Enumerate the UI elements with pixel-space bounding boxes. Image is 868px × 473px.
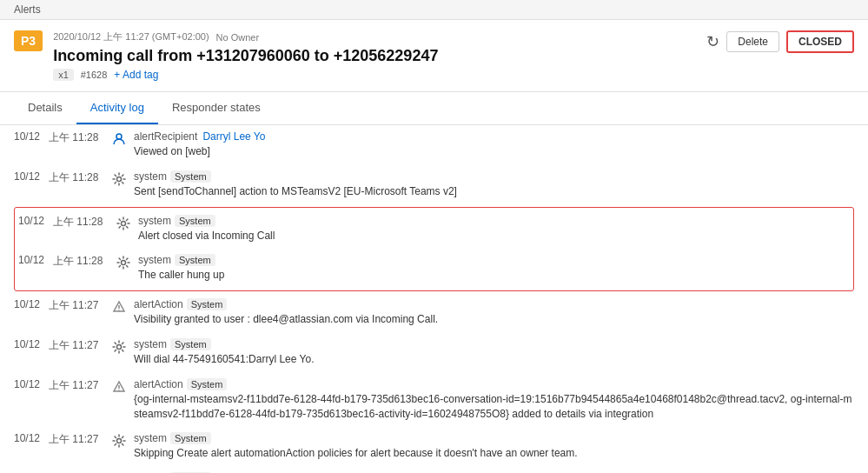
log-message: Alert closed via Incoming Call bbox=[138, 229, 850, 243]
log-time: 上午 11:28 bbox=[49, 130, 104, 145]
svg-point-2 bbox=[122, 221, 126, 225]
source-label: system bbox=[138, 215, 171, 227]
svg-point-11 bbox=[117, 439, 122, 443]
log-source: alertActionSystem bbox=[134, 378, 854, 390]
source-link[interactable]: Darryl Lee Yo bbox=[202, 130, 265, 143]
add-tag-button[interactable]: + Add tag bbox=[114, 69, 158, 81]
source-tag: System bbox=[170, 432, 211, 444]
log-content: systemSystemSkipping Create alert automa… bbox=[134, 432, 854, 461]
log-time: 上午 11:27 bbox=[49, 298, 104, 313]
source-tag: System bbox=[187, 378, 228, 390]
log-time: 上午 11:28 bbox=[49, 170, 104, 185]
source-tag: System bbox=[187, 298, 228, 310]
refresh-icon[interactable]: ↻ bbox=[706, 32, 719, 51]
log-source: alertActionSystem bbox=[134, 298, 854, 310]
log-date: 10/12 bbox=[14, 130, 42, 143]
alert-action-icon bbox=[111, 299, 127, 315]
log-entry: 10/12上午 11:28systemSystemSent [sendToCha… bbox=[14, 165, 854, 205]
log-entry: 10/12上午 11:27systemSystemSkipping Create… bbox=[14, 427, 854, 467]
source-tag: System bbox=[170, 338, 211, 350]
gear-icon bbox=[111, 171, 127, 187]
source-label: system bbox=[134, 338, 167, 350]
log-message: Viewed on [web] bbox=[134, 144, 854, 159]
log-time: 上午 11:27 bbox=[49, 432, 104, 447]
log-content: alertActionSystemVisibility granted to u… bbox=[134, 298, 854, 327]
log-message: Skipping Create alert automationAction p… bbox=[134, 446, 854, 461]
source-label: system bbox=[134, 170, 167, 183]
source-tag: System bbox=[175, 215, 215, 227]
alert-tags: x1 #1628 + Add tag bbox=[53, 69, 438, 81]
alert-timestamp: 2020/10/12 上午 11:27 (GMT+02:00) bbox=[53, 30, 209, 43]
tab-responder-states[interactable]: Responder states bbox=[158, 92, 275, 124]
log-entry: 10/12上午 11:28systemSystemAlert closed vi… bbox=[18, 210, 850, 250]
log-entry: 10/12上午 11:27systemSystemWill dial 44-75… bbox=[14, 333, 854, 373]
log-message: Will dial 44-7549160541:Darryl Lee Yo. bbox=[134, 352, 854, 367]
log-content: systemSystemThe caller hung up bbox=[138, 254, 850, 283]
log-time: 上午 11:28 bbox=[53, 215, 109, 230]
log-message: Sent [sendToChannel] action to MSTeamsV2… bbox=[134, 184, 854, 199]
log-message: Visibility granted to user : dlee4@atlas… bbox=[134, 312, 854, 327]
log-source: systemSystem bbox=[134, 338, 854, 350]
source-label: alertAction bbox=[134, 378, 183, 390]
log-content: alertActionSystem{og-internal-msteamsv2-… bbox=[134, 378, 854, 422]
alert-header: P3 2020/10/12 上午 11:27 (GMT+02:00) No Ow… bbox=[0, 20, 868, 92]
log-entry: 10/12上午 11:27alertActionSystem{og-intern… bbox=[14, 373, 854, 428]
log-date: 10/12 bbox=[14, 298, 42, 310]
log-content: systemSystemAlert closed via Incoming Ca… bbox=[138, 215, 850, 243]
log-content: systemSystemSent [sendToChannel] action … bbox=[134, 170, 854, 199]
log-date: 10/12 bbox=[14, 338, 42, 350]
tab-details[interactable]: Details bbox=[14, 92, 76, 124]
log-date: 10/12 bbox=[18, 215, 46, 227]
log-entry: 10/12上午 11:27alertActionSystemVisibility… bbox=[14, 293, 854, 333]
alert-meta-top: 2020/10/12 上午 11:27 (GMT+02:00) No Owner bbox=[53, 30, 438, 43]
person-icon bbox=[111, 131, 127, 147]
svg-point-1 bbox=[117, 177, 122, 181]
source-tag: System bbox=[170, 170, 211, 183]
svg-point-10 bbox=[118, 390, 120, 391]
delete-button[interactable]: Delete bbox=[726, 31, 779, 52]
svg-point-6 bbox=[118, 310, 120, 311]
gear-icon bbox=[111, 433, 127, 449]
closed-status-button[interactable]: CLOSED bbox=[786, 30, 854, 53]
alert-right: ↻ Delete CLOSED bbox=[706, 30, 854, 53]
gear-icon bbox=[111, 339, 127, 355]
priority-badge: P3 bbox=[14, 30, 43, 51]
count-badge: x1 bbox=[53, 69, 74, 81]
source-label: system bbox=[134, 432, 167, 444]
top-bar: Alerts bbox=[0, 0, 868, 20]
log-source: systemSystem bbox=[134, 432, 854, 444]
source-label: alertAction bbox=[134, 298, 183, 310]
source-tag: System bbox=[175, 254, 215, 266]
tabs-bar: Details Activity log Responder states bbox=[0, 92, 868, 125]
top-bar-label: Alerts bbox=[14, 3, 41, 16]
svg-point-0 bbox=[116, 134, 122, 139]
log-content: alertRecipientDarryl Lee YoViewed on [we… bbox=[134, 130, 854, 159]
log-source: systemSystem bbox=[138, 254, 850, 266]
source-label: alertRecipient bbox=[134, 130, 197, 143]
log-source: systemSystem bbox=[138, 215, 850, 227]
log-source: alertRecipientDarryl Lee Yo bbox=[134, 130, 854, 143]
log-content: systemSystemWill dial 44-7549160541:Darr… bbox=[134, 338, 854, 367]
log-entry: 10/12上午 11:28alertRecipientDarryl Lee Yo… bbox=[14, 125, 854, 165]
log-date: 10/12 bbox=[18, 254, 46, 266]
activity-log: 10/12上午 11:28alertRecipientDarryl Lee Yo… bbox=[0, 125, 868, 473]
alert-id: #1628 bbox=[81, 70, 108, 80]
log-entry: 10/12上午 11:27systemSystemSkipping Create… bbox=[14, 467, 854, 473]
alert-meta: 2020/10/12 上午 11:27 (GMT+02:00) No Owner… bbox=[53, 30, 438, 81]
log-date: 10/12 bbox=[14, 170, 42, 183]
log-time: 上午 11:27 bbox=[49, 378, 104, 393]
svg-point-3 bbox=[122, 261, 126, 265]
log-message: {og-internal-msteamsv2-f11bdd7e-6128-44f… bbox=[134, 392, 854, 422]
alert-owner: No Owner bbox=[216, 32, 260, 43]
log-date: 10/12 bbox=[14, 432, 42, 444]
log-time: 上午 11:27 bbox=[49, 338, 104, 353]
svg-point-7 bbox=[117, 344, 122, 349]
tab-activity-log[interactable]: Activity log bbox=[76, 92, 158, 124]
log-entry: 10/12上午 11:28systemSystemThe caller hung… bbox=[18, 249, 850, 289]
alert-title: Incoming call from +131207960060 to +120… bbox=[53, 47, 438, 65]
log-date: 10/12 bbox=[14, 378, 42, 390]
source-label: system bbox=[138, 254, 171, 266]
log-source: systemSystem bbox=[134, 170, 854, 183]
highlight-section: 10/12上午 11:28systemSystemAlert closed vi… bbox=[14, 207, 854, 292]
log-message: The caller hung up bbox=[138, 268, 850, 283]
